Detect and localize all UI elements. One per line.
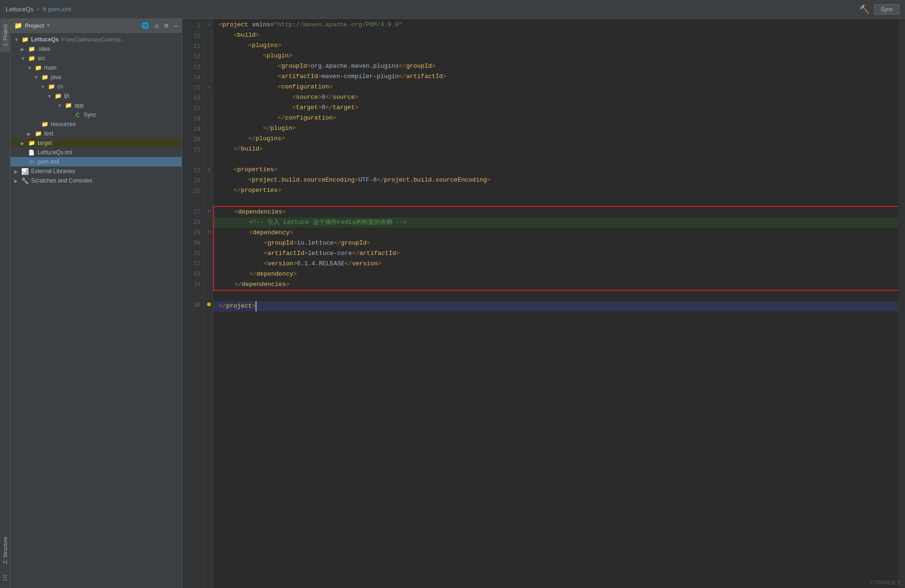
tree-item-scratches[interactable]: ▶ 🔧 Scratches and Consoles [10, 176, 182, 185]
title-separator: › [36, 6, 40, 13]
folder-icon-test: 📁 [34, 130, 42, 137]
main-layout: 1: Project Z: Structure ⠿ 📁 Project ▼ 🌐 … [0, 19, 905, 588]
folder-icon-root: 📁 [21, 36, 29, 43]
project-settings-icon[interactable]: ⚙ [164, 22, 168, 30]
tree-label-app: app [74, 102, 84, 109]
code-line-24: <project.build.sourceEncoding>UTF-8</pro… [213, 175, 905, 185]
tree-label-scratches: Scratches and Consoles [31, 177, 92, 184]
arrow-root: ▼ [14, 37, 21, 42]
code-line-33: </dependency> [214, 269, 904, 279]
sidebar-item-project[interactable]: 1: Project [0, 19, 10, 52]
pom-file-icon: m [27, 158, 36, 166]
arrow-cn: ▼ [40, 84, 47, 89]
tree-item-app[interactable]: ▼ 📁 app [10, 101, 182, 110]
code-line-17: <target>8</target> [213, 103, 905, 113]
tree-label-java: java [51, 74, 61, 80]
watermark: CSDN@金允 [871, 579, 901, 586]
tree-label-resources: resources [51, 121, 76, 127]
arrow-scratches: ▶ [14, 178, 21, 183]
tree-item-java[interactable]: ▼ 📁 java [10, 72, 182, 82]
project-dropdown-icon[interactable]: ▼ [47, 23, 50, 28]
code-line-19: </plugin> [213, 123, 905, 134]
code-line-13: <groupId>org.apache.maven.plugins</group… [213, 61, 905, 72]
folder-icon-java: 📁 [40, 73, 49, 81]
folder-icon-main: 📁 [34, 64, 42, 72]
code-line-16: <source>8</source> [213, 92, 905, 103]
tree-item-pom[interactable]: m pom.xml [10, 157, 182, 167]
code-line-22 [213, 154, 905, 165]
dependency-highlight-box: <dependencies> <!-- 引入 Lettuce 这个操作redis… [213, 206, 905, 291]
tree-item-src[interactable]: ▼ 📁 src [10, 54, 182, 63]
tree-label-main: main [44, 64, 56, 71]
arrow-ljh: ▼ [47, 94, 54, 99]
code-line-21: </build> [213, 144, 905, 154]
sync-button[interactable]: Sync [874, 4, 899, 15]
folder-icon-src: 📁 [27, 55, 36, 62]
code-line-32: <version>6.1.4.RELEASE</version> [214, 259, 904, 269]
code-line-29: <dependency> [214, 228, 904, 238]
tree-path-root: F:\myCode\crazyCode\Sp... [62, 37, 125, 42]
tree-item-idea[interactable]: ▶ 📁 .idea [10, 44, 182, 54]
arrow-idea: ▶ [21, 47, 27, 52]
folder-icon-target: 📁 [27, 139, 36, 147]
project-minimize-icon[interactable]: — [174, 22, 178, 30]
editor-scrollbar[interactable] [898, 19, 905, 588]
tree-label-target: target [38, 140, 52, 146]
title-bar-actions: 🔨 Sync [859, 4, 899, 15]
code-line-36: </project> [213, 301, 905, 311]
code-line-35 [213, 291, 905, 301]
tree-label-cn: cn [57, 83, 64, 90]
code-line-27: <dependencies> [214, 207, 904, 217]
code-line-25: </properties> [213, 185, 905, 196]
tree-item-cn[interactable]: ▼ 📁 cn [10, 82, 182, 91]
scratch-icon: 🔧 [21, 177, 29, 184]
tree-label-ljh: ljh [64, 93, 70, 99]
tree-label-root: LettuceQs [31, 36, 59, 43]
tree-item-extlibs[interactable]: ▶ 📊 External Libraries [10, 167, 182, 176]
project-tree: ▼ 📁 LettuceQs F:\myCode\crazyCode\Sp... … [10, 33, 182, 588]
arrow-test: ▶ [27, 131, 34, 136]
tree-item-resources[interactable]: 📁 resources [10, 119, 182, 129]
sidebar-dots-icon: ⠿ [2, 574, 8, 583]
build-icon[interactable]: 🔨 [859, 4, 870, 15]
folder-icon-idea: 📁 [27, 45, 36, 53]
tree-item-iml[interactable]: 📄 LettuceQs.iml [10, 148, 182, 157]
editor-area: 2 10 11 12 13 14 15 16 17 18 19 20 21 23… [182, 19, 905, 588]
code-line-23: <properties> [213, 165, 905, 175]
extlib-icon: 📊 [21, 167, 29, 175]
folder-icon-app: 📁 [64, 102, 72, 109]
tree-item-sync[interactable]: C Sync [10, 110, 182, 119]
tree-label-pom: pom.xml [38, 159, 59, 165]
arrow-java: ▼ [34, 75, 40, 80]
tree-label-iml: LettuceQs.iml [38, 149, 72, 156]
tree-item-main[interactable]: ▼ 📁 main [10, 63, 182, 72]
code-line-18: </configuration> [213, 113, 905, 123]
arrow-extlibs: ▶ [14, 169, 21, 174]
sync-class-icon: C [73, 111, 82, 119]
code-line-2: <project xmlns="http://maven.apache.org/… [213, 20, 905, 30]
tree-label-extlibs: External Libraries [31, 168, 75, 175]
arrow-main: ▼ [27, 65, 34, 71]
folder-icon-header: 📁 [14, 22, 22, 30]
code-line-34: </dependencies> [214, 279, 904, 290]
tree-item-ljh[interactable]: ▼ 📁 ljh [10, 91, 182, 101]
code-area[interactable]: <project xmlns="http://maven.apache.org/… [213, 19, 905, 312]
code-line-14: <artifactId>maven-compiler-plugin</artif… [213, 72, 905, 82]
sidebar-item-structure[interactable]: Z: Structure [0, 531, 10, 569]
project-globe-icon[interactable]: 🌐 [141, 22, 149, 30]
project-balance-icon[interactable]: ⚖ [155, 22, 159, 30]
arrow-src: ▼ [21, 56, 27, 61]
code-wrapper[interactable]: <project xmlns="http://maven.apache.org/… [213, 19, 905, 588]
project-header: 📁 Project ▼ 🌐 ⚖ ⚙ — [10, 19, 182, 33]
editor-content: 2 10 11 12 13 14 15 16 17 18 19 20 21 23… [182, 19, 905, 588]
tree-item-test[interactable]: ▶ 📁 test [10, 129, 182, 138]
tree-label-idea: .idea [38, 46, 50, 52]
tree-label-sync: Sync [84, 111, 96, 118]
arrow-app: ▼ [57, 103, 64, 108]
project-header-label: Project [25, 23, 44, 29]
code-line-12: <plugin> [213, 51, 905, 61]
tree-item-root[interactable]: ▼ 📁 LettuceQs F:\myCode\crazyCode\Sp... [10, 35, 182, 44]
tree-item-target[interactable]: ▶ 📁 target [10, 138, 182, 148]
code-line-10: <build> [213, 30, 905, 40]
code-line-26 [213, 196, 905, 206]
